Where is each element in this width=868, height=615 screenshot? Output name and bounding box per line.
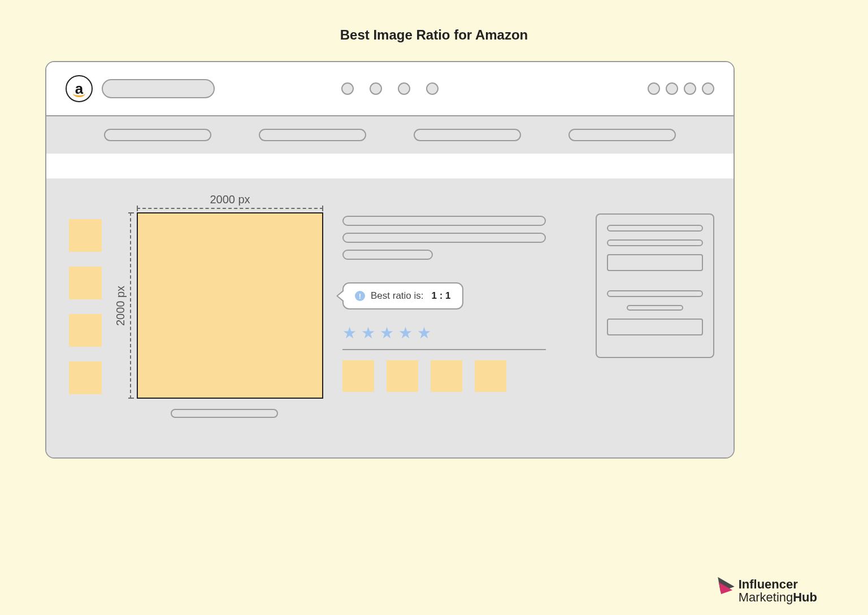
browser-topbar: a bbox=[46, 62, 734, 116]
nav-dot-icon bbox=[370, 82, 382, 95]
buybox-button-placeholder bbox=[607, 254, 703, 271]
thumbnail-placeholder bbox=[69, 361, 102, 394]
main-image-area: 2000 px 2000 px bbox=[137, 212, 323, 399]
buybox-line-placeholder bbox=[607, 225, 703, 232]
title-line-placeholder bbox=[342, 216, 546, 226]
star-icon: ★ bbox=[361, 325, 375, 341]
action-dot-icon bbox=[684, 82, 696, 95]
variant-thumb-placeholder bbox=[387, 360, 418, 392]
thumbnail-placeholder bbox=[69, 219, 102, 252]
menu-item-placeholder bbox=[259, 129, 366, 141]
page-title: Best Image Ratio for Amazon bbox=[0, 0, 868, 43]
watermark: Influencer MarketingHub bbox=[714, 578, 817, 604]
amazon-logo-icon: a bbox=[66, 75, 93, 102]
action-dot-icon bbox=[702, 82, 714, 95]
thumbnail-placeholder bbox=[69, 314, 102, 347]
buybox-line-placeholder bbox=[607, 290, 703, 297]
image-caption-placeholder bbox=[171, 409, 278, 418]
star-icon: ★ bbox=[380, 325, 394, 341]
ratio-tooltip: ! Best ratio is: 1 : 1 bbox=[342, 282, 463, 309]
buybox-button-placeholder bbox=[607, 319, 703, 335]
height-dimension-label: 2000 px bbox=[115, 212, 127, 399]
variant-thumb-placeholder bbox=[431, 360, 462, 392]
main-product-image bbox=[137, 212, 323, 399]
watermark-text: Influencer MarketingHub bbox=[739, 578, 817, 604]
action-dot-icon bbox=[666, 82, 678, 95]
height-dimension-line bbox=[130, 212, 136, 399]
thumbnail-placeholder bbox=[69, 267, 102, 299]
tooltip-label: Best ratio is: bbox=[371, 290, 424, 302]
buybox-line-placeholder bbox=[627, 305, 683, 311]
nav-dot-icon bbox=[398, 82, 410, 95]
variant-thumb-placeholder bbox=[342, 360, 374, 392]
search-input-placeholder bbox=[102, 79, 215, 98]
subtitle-line-placeholder bbox=[342, 250, 433, 260]
action-dot-group bbox=[648, 82, 714, 95]
nav-dot-group bbox=[341, 82, 439, 95]
star-rating: ★ ★ ★ ★ ★ bbox=[342, 325, 546, 341]
variant-thumbnails bbox=[342, 360, 546, 392]
star-icon: ★ bbox=[398, 325, 413, 341]
gallery-thumbnails bbox=[69, 219, 102, 394]
action-dot-icon bbox=[648, 82, 660, 95]
menu-item-placeholder bbox=[104, 129, 211, 141]
title-line-placeholder bbox=[342, 233, 546, 243]
buybox-line-placeholder bbox=[607, 239, 703, 246]
product-page-content: 2000 px 2000 px ! Best ratio is: 1 : 1 ★… bbox=[46, 178, 734, 457]
star-icon: ★ bbox=[417, 325, 431, 341]
watermark-logo-icon bbox=[714, 581, 733, 600]
variant-thumb-placeholder bbox=[475, 360, 506, 392]
browser-mockup: a 2000 px 2000 px bbox=[45, 61, 735, 459]
nav-dot-icon bbox=[341, 82, 354, 95]
category-menubar bbox=[46, 116, 734, 154]
info-icon: ! bbox=[355, 291, 365, 301]
menu-item-placeholder bbox=[568, 129, 676, 141]
nav-dot-icon bbox=[426, 82, 439, 95]
star-icon: ★ bbox=[342, 325, 357, 341]
spacer bbox=[46, 154, 734, 178]
tooltip-ratio-value: 1 : 1 bbox=[432, 290, 451, 302]
menu-item-placeholder bbox=[414, 129, 521, 141]
divider bbox=[342, 349, 546, 350]
width-dimension-line bbox=[137, 208, 323, 213]
width-dimension-label: 2000 px bbox=[137, 193, 323, 206]
buy-box bbox=[596, 213, 714, 358]
product-details: ! Best ratio is: 1 : 1 ★ ★ ★ ★ ★ bbox=[342, 216, 546, 392]
